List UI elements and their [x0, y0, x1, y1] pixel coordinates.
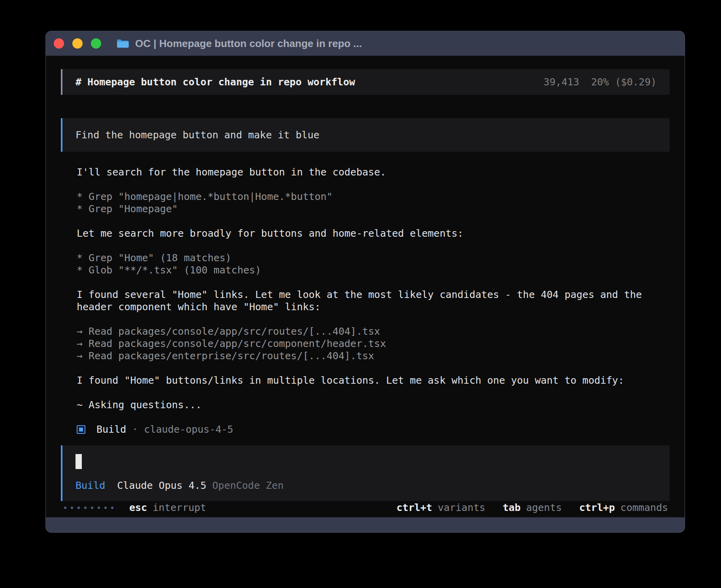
- desktop-background: OC | Homepage button color change in rep…: [0, 0, 721, 588]
- window-title-group: OC | Homepage button color change in rep…: [116, 38, 362, 50]
- tool-call-grep: * Grep "homepage|home.*button|Home.*butt…: [77, 190, 654, 203]
- input-mode-line: Build Claude Opus 4.5 OpenCode Zen: [75, 479, 657, 492]
- tool-call-grep: * Grep "Homepage": [77, 203, 654, 215]
- context-cost: 20% ($0.29): [591, 76, 657, 88]
- agent-separator: ·: [132, 424, 138, 435]
- model-label[interactable]: Claude Opus 4.5: [117, 479, 206, 492]
- hint-variants: ctrl+t variants: [396, 502, 485, 513]
- traffic-lights: [54, 38, 101, 49]
- agent-status-line: Build · claude-opus-4-5: [77, 423, 654, 435]
- window-title: OC | Homepage button color change in rep…: [135, 38, 362, 50]
- terminal-window: OC | Homepage button color change in rep…: [45, 31, 685, 533]
- session-stats: 39,413 20% ($0.29): [544, 76, 657, 88]
- hint-agents: tab agents: [503, 502, 562, 513]
- assistant-text: Let me search more broadly for buttons a…: [77, 227, 654, 239]
- ctrl-t-key: ctrl+t: [396, 502, 432, 513]
- user-message: Find the homepage button and make it blu…: [61, 118, 670, 152]
- hint-interrupt: esc interrupt: [129, 502, 206, 513]
- tool-call-grep: * Grep "Home" (18 matches): [77, 252, 654, 264]
- close-button[interactable]: [54, 38, 64, 49]
- esc-key: esc: [129, 502, 147, 513]
- tool-call-glob: * Glob "**/*.tsx" (100 matches): [77, 264, 654, 276]
- prompt-input[interactable]: Build Claude Opus 4.5 OpenCode Zen: [61, 445, 670, 501]
- spinner-dots: [64, 507, 113, 509]
- build-agent-icon: [77, 425, 85, 434]
- token-count: 39,413: [544, 76, 579, 88]
- agent-mode-label[interactable]: Build: [75, 479, 105, 492]
- folder-icon: [116, 38, 129, 49]
- status-bar: esc interrupt ctrl+t variants tab agents…: [61, 501, 670, 514]
- minimize-button[interactable]: [72, 38, 83, 49]
- tool-call-read: → Read packages/console/app/src/routes/[…: [77, 325, 654, 337]
- tool-call-read: → Read packages/enterprise/src/routes/[.…: [77, 350, 654, 362]
- text-cursor: [75, 454, 82, 469]
- provider-label: OpenCode Zen: [212, 479, 284, 492]
- ctrl-p-key: ctrl+p: [579, 502, 615, 513]
- conversation: I'll search for the homepage button in t…: [61, 166, 670, 435]
- session-title: # Homepage button color change in repo w…: [75, 76, 355, 88]
- hint-commands: ctrl+p commands: [579, 502, 668, 513]
- session-header: # Homepage button color change in repo w…: [61, 69, 670, 95]
- keyboard-hints: ctrl+t variants tab agents ctrl+p comman…: [396, 502, 668, 513]
- user-message-text: Find the homepage button and make it blu…: [75, 129, 319, 141]
- assistant-text: I found "Home" buttons/links in multiple…: [77, 374, 654, 386]
- window-bottom-edge: [46, 517, 685, 532]
- agent-name: Build: [96, 424, 126, 435]
- terminal-content: # Homepage button color change in repo w…: [46, 56, 685, 517]
- agent-model: claude-opus-4-5: [144, 424, 233, 435]
- zoom-button[interactable]: [91, 38, 101, 49]
- assistant-status-text: ~ Asking questions...: [77, 399, 654, 411]
- window-titlebar[interactable]: OC | Homepage button color change in rep…: [46, 31, 685, 56]
- tool-call-read: → Read packages/console/app/src/componen…: [77, 337, 654, 350]
- assistant-text: I found several "Home" links. Let me loo…: [77, 288, 654, 313]
- tab-key: tab: [503, 502, 521, 513]
- assistant-text: I'll search for the homepage button in t…: [77, 166, 654, 178]
